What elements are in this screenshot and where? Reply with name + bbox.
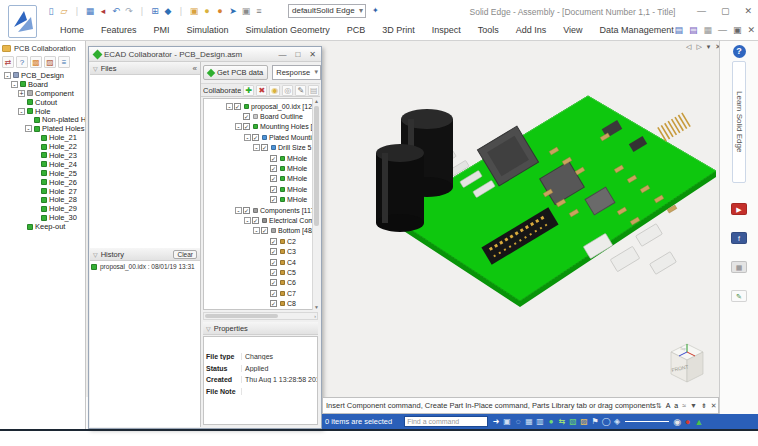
image-icon[interactable]: ▩ [30,56,42,68]
scroll-up-icon[interactable]: ▲ [313,98,320,104]
solid-edge-logo[interactable] [8,5,37,38]
zoom-area-icon[interactable]: ◌ [513,415,523,429]
separator[interactable]: | [137,6,147,17]
checkbox[interactable] [270,175,277,182]
swap-icon[interactable]: ⇆ [557,415,567,429]
ecad-tree-item[interactable]: Drill Size 5.52 [5/5] [224,143,317,153]
scroll-right-icon[interactable]: › [314,313,316,319]
prompt-spinner-icon[interactable]: ⇅ [656,402,662,410]
copy-icon[interactable]: ● [202,6,212,17]
scroll-down-icon[interactable]: ▼ [313,304,320,310]
ribbon-tab[interactable]: Home [60,25,84,35]
undo-icon[interactable]: ↶ [111,6,121,17]
ecad-tree-item[interactable]: MHole [224,184,317,194]
window-icon[interactable]: ▣ [241,6,251,17]
minimize-icon[interactable]: — [278,50,286,59]
pane-dropdown-icon[interactable]: ▾ [707,43,711,51]
find-command-input[interactable] [404,416,488,427]
ecad-tree-item[interactable]: C3 [224,246,317,256]
checkbox[interactable] [270,269,277,276]
paste-icon[interactable]: ▣ [189,6,199,17]
checkbox[interactable] [243,123,250,130]
clear-history-button[interactable]: Clear [173,250,197,259]
ecad-tree-item[interactable]: Plated Mounting holes [224,132,317,142]
expand-toggle-icon[interactable] [244,217,251,224]
maximize-button[interactable]: ▢ [721,6,730,16]
checkbox[interactable] [243,113,250,120]
ecad-tree-item[interactable]: Bottom [48/48] [224,226,317,236]
new-document-icon[interactable]: ▯ [46,6,56,17]
ecad-tree-item[interactable]: proposal_00.idx [123/123] [224,101,317,111]
ecad-tree-item[interactable]: Mounting Holes [5/5] [224,122,317,132]
report-icon[interactable]: ▤ [308,85,319,96]
ribbon-tab[interactable]: PMI [154,25,170,35]
checkbox[interactable] [252,217,259,224]
redo-icon[interactable]: ↷ [124,6,134,17]
ecad-tree-item[interactable]: Board Outline [224,111,317,121]
sphere-icon[interactable]: ◆ [163,6,173,17]
checkbox[interactable] [252,134,259,141]
folder-status-icon[interactable]: ▨ [579,415,589,429]
ribbon-tab[interactable]: Tools [478,25,499,35]
ribbon-tab[interactable]: PCB [347,25,366,35]
expand-toggle-icon[interactable] [11,81,18,88]
prompt-dropdown-icon[interactable]: ▼ [690,402,697,409]
checkbox[interactable] [270,259,277,266]
ecad-tree-item[interactable]: C8 [224,298,317,308]
library-book-icon[interactable]: ▤ [689,25,698,35]
collapse-pane-button[interactable]: « [193,64,197,73]
help-icon[interactable]: ? [16,56,28,68]
ecad-title-bar[interactable]: ECAD Collaborator - PCB_Design.asm —□✕ [89,47,321,62]
list-icon[interactable]: ≡ [254,6,264,17]
text-increase-icon[interactable]: A [666,402,671,409]
tree-item[interactable]: Hole_26 [2,178,85,187]
fit-view-icon[interactable]: ◉ [673,415,681,429]
help-book-icon[interactable]: ▤ [674,25,683,35]
monitor-icon[interactable]: ▥ [535,415,545,429]
restore-window-icon[interactable]: ▣ [733,25,742,35]
scrollbar-thumb[interactable] [205,314,278,318]
flag-icon[interactable]: ⚑ [590,415,600,429]
youtube-icon[interactable]: ▶ [731,203,747,215]
panel-icon[interactable]: ▦ [731,261,747,273]
ribbon-tab[interactable]: Data Management [600,25,674,35]
tree-item[interactable]: Hole_21 [2,133,85,142]
checkbox[interactable] [261,144,268,151]
expand-toggle-icon[interactable] [18,108,25,115]
expand-toggle-icon[interactable] [25,125,32,132]
ecad-tree-item[interactable]: C5 [224,267,317,277]
pcb-3d-model[interactable]: Top FRONT [322,41,719,397]
ribbon-tab[interactable]: Simulation Geometry [246,25,330,35]
tree-item[interactable]: Hole_24 [2,160,85,169]
ribbon-tab[interactable]: Inspect [432,25,461,35]
tree-item[interactable]: PCB_Design [2,71,85,80]
tree-item[interactable]: Hole_25 [2,169,85,178]
text-decrease-icon[interactable]: a [674,402,678,409]
facebook-icon[interactable]: f [731,232,747,244]
ribbon-tab[interactable]: Features [101,25,137,35]
edit-icon[interactable]: ✎ [295,85,306,96]
tree-item[interactable]: Hole_30 [2,213,85,222]
maximize-icon[interactable]: □ [295,50,300,59]
expand-toggle-icon[interactable] [235,207,242,214]
tree-item[interactable]: Keep-out [2,222,85,231]
checkbox[interactable] [270,196,277,203]
globe-icon[interactable]: ◯ [601,415,611,429]
open-icon[interactable]: ▱ [59,6,69,17]
sync-icon[interactable]: ⇄ [2,56,14,68]
ecad-tree-item[interactable]: MHole [224,153,317,163]
save-icon[interactable]: ▦ [85,6,95,17]
tree-item[interactable]: Cutout [2,98,85,107]
ecad-tree-item[interactable]: C6 [224,278,317,288]
minimize-button[interactable]: — [697,6,706,16]
tree-item[interactable]: Hole_27 [2,187,85,196]
separator[interactable]: | [72,6,82,17]
expand-toggle-icon[interactable] [4,72,11,79]
save-layout-icon[interactable]: ▦ [703,25,712,35]
files-list-area[interactable] [90,75,200,248]
ecad-tree-item[interactable]: Components [117/117] [224,205,317,215]
select-icon[interactable]: ➤ [228,6,238,17]
tree-item[interactable]: Hole_29 [2,204,85,213]
checkbox[interactable] [270,248,277,255]
learn-solid-edge-tab[interactable]: Learn Solid Edge [732,61,746,183]
